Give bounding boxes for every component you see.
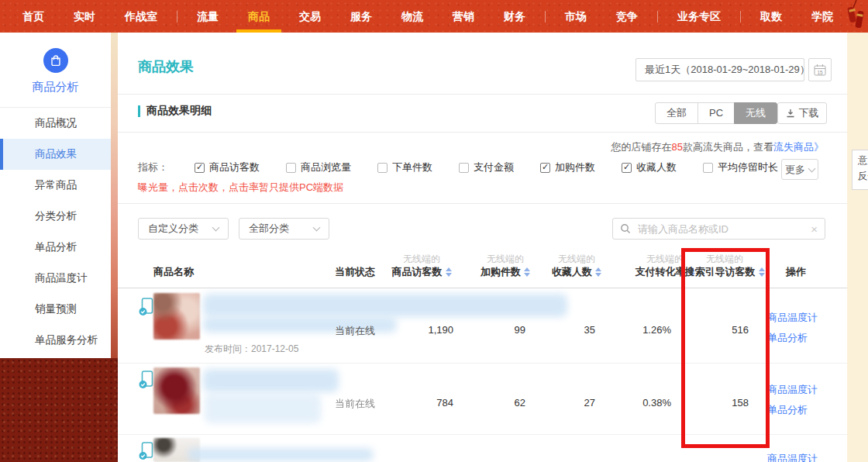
action-single-item-analysis-link[interactable]: 单品分析 [767, 403, 808, 417]
calendar-icon-button[interactable]: 15 [808, 58, 832, 81]
metric-label: 加购件数 [555, 160, 595, 174]
column-visitors[interactable]: 无线端的 商品访客数 [379, 253, 464, 279]
checkbox-icon[interactable] [459, 163, 469, 173]
sidebar-item-goods-thermometer[interactable]: 商品温度计 [0, 263, 111, 294]
nav-separator [545, 11, 546, 22]
feedback-button[interactable]: 意见 反馈 [852, 150, 868, 190]
metrics-label: 指标： [138, 160, 168, 174]
tab-all[interactable]: 全部 [655, 102, 698, 124]
sidebar-item-single-item-service[interactable]: 单品服务分析 [0, 325, 111, 356]
product-thumbnail[interactable] [153, 293, 200, 340]
metric-option-visitors[interactable]: 商品访客数 [195, 160, 260, 174]
section-accent-bar [138, 105, 140, 117]
tab-pc[interactable]: PC [698, 102, 735, 124]
all-category-dropdown[interactable]: 全部分类 [239, 218, 329, 240]
custom-category-dropdown[interactable]: 自定义分类 [138, 218, 229, 240]
action-single-item-analysis-link[interactable]: 单品分析 [767, 331, 808, 345]
section-header: 商品效果明细 [138, 104, 212, 118]
sidebar-item-single-item-analysis[interactable]: 单品分析 [0, 232, 111, 263]
festive-background-right [847, 33, 868, 462]
cart-items-value: 62 [456, 397, 525, 409]
sort-icon[interactable] [446, 267, 452, 277]
product-thumbnail[interactable] [153, 367, 200, 414]
column-prefix: 无线端的 [678, 253, 771, 265]
metric-option-stay-time[interactable]: 平均停留时长 [703, 160, 778, 174]
action-goods-thermometer-link[interactable]: 商品温度计 [767, 452, 818, 462]
blurred-product-title [203, 294, 567, 317]
sort-icon[interactable] [595, 267, 601, 277]
calendar-icon: 15 [814, 64, 826, 76]
download-button[interactable]: 下载 [777, 102, 827, 124]
nav-item-realtime[interactable]: 实时 [59, 0, 110, 33]
loss-goods-link[interactable]: 流失商品》 [773, 141, 824, 153]
nav-item-logistics[interactable]: 物流 [387, 0, 438, 33]
column-title: 搜索引导访客数 [685, 265, 756, 279]
metric-option-favorites[interactable]: 收藏人数 [622, 160, 677, 174]
tab-wireless[interactable]: 无线 [734, 102, 777, 124]
column-title: 收藏人数 [552, 265, 592, 279]
more-label: 更多 [785, 163, 805, 177]
nav-item-marketing[interactable]: 营销 [438, 0, 489, 33]
sidebar-item-sales-forecast[interactable]: 销量预测 [0, 294, 111, 325]
column-prefix: 无线端的 [534, 253, 619, 265]
status-value: 当前在线 [335, 397, 375, 411]
column-favorites[interactable]: 无线端的 收藏人数 [534, 253, 619, 279]
checkbox-icon[interactable] [377, 163, 388, 173]
sort-icon[interactable] [524, 267, 530, 277]
nav-item-service[interactable]: 服务 [336, 0, 387, 33]
nav-item-home[interactable]: 首页 [8, 0, 59, 33]
checkbox-icon[interactable] [540, 163, 550, 173]
search-input[interactable] [636, 222, 811, 236]
nav-item-goods[interactable]: 商品 [233, 0, 284, 33]
checkbox-icon[interactable] [622, 163, 632, 173]
checkbox-icon[interactable] [286, 163, 296, 173]
nav-separator [177, 11, 177, 22]
firecracker-decoration-icon [846, 0, 866, 31]
search-visitors-value: 516 [671, 324, 749, 336]
nav-item-finance[interactable]: 财务 [489, 0, 540, 33]
sidebar-item-abnormal-goods[interactable]: 异常商品 [0, 170, 111, 201]
nav-item-traffic[interactable]: 流量 [182, 0, 233, 33]
action-goods-thermometer-link[interactable]: 商品温度计 [767, 383, 818, 397]
metrics-row: 指标： 商品访客数 商品浏览量 下单件数 支付金额 加购件数 收藏人数 平均停留… [138, 160, 778, 174]
clear-icon[interactable]: × [811, 222, 818, 236]
metric-option-cart-items[interactable]: 加购件数 [540, 160, 595, 174]
column-prefix: 无线端的 [379, 253, 464, 265]
metric-option-pageviews[interactable]: 商品浏览量 [286, 160, 351, 174]
date-range-value[interactable]: 最近1天（2018-01-29~2018-01-29） [636, 58, 804, 81]
mobile-verified-icon [139, 371, 154, 389]
sidebar-item-goods-effect[interactable]: 商品效果 [0, 139, 111, 170]
svg-text:15: 15 [817, 70, 823, 75]
metric-option-pay-amount[interactable]: 支付金额 [459, 160, 514, 174]
nav-item-competition[interactable]: 竞争 [601, 0, 653, 33]
pay-conversion-value: 1.26% [594, 324, 671, 336]
checkbox-icon[interactable] [703, 163, 713, 173]
column-search-visitors[interactable]: 无线端的 搜索引导访客数 [678, 253, 771, 279]
favorites-value: 35 [525, 324, 595, 336]
section-title: 商品效果明细 [146, 104, 212, 118]
nav-item-data-extract[interactable]: 取数 [746, 0, 797, 33]
main-content: 商品效果 最近1天（2018-01-29~2018-01-29） 15 商品效果… [118, 33, 847, 462]
nav-item-market[interactable]: 市场 [550, 0, 601, 33]
chevron-down-icon [313, 224, 321, 232]
mobile-verified-icon [139, 442, 154, 460]
visitors-value: 784 [376, 397, 453, 409]
nav-item-trade[interactable]: 交易 [284, 0, 336, 33]
sort-icon[interactable] [759, 267, 765, 277]
nav-item-business-zone[interactable]: 业务专区 [663, 0, 735, 33]
header-divider [118, 94, 847, 95]
metric-option-orders[interactable]: 下单件数 [377, 160, 432, 174]
checkbox-icon[interactable] [195, 163, 205, 173]
nav-item-warroom[interactable]: 作战室 [110, 0, 172, 33]
more-metrics-button[interactable]: 更多 [781, 159, 818, 180]
search-icon [620, 223, 631, 234]
action-goods-thermometer-link[interactable]: 商品温度计 [767, 311, 818, 325]
sidebar-item-goods-overview[interactable]: 商品概况 [0, 108, 111, 139]
metric-label: 支付金额 [474, 160, 514, 174]
metric-label: 收藏人数 [636, 160, 677, 174]
nav-item-academy[interactable]: 学院 [797, 0, 848, 33]
blurred-product-title [205, 394, 321, 423]
column-actions: 操作 [786, 265, 806, 279]
visitors-value: 1,190 [376, 324, 453, 336]
sidebar-item-category-analysis[interactable]: 分类分析 [0, 201, 111, 232]
